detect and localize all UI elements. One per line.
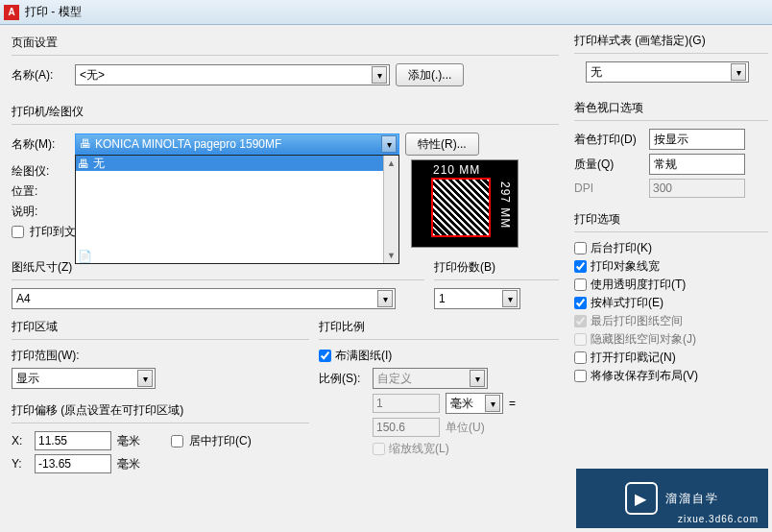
dropdown-item[interactable]: 🖶无 bbox=[76, 156, 398, 171]
spinner-icon[interactable] bbox=[502, 290, 518, 307]
watermark: 溜溜自学 zixue.3d66.com bbox=[576, 469, 768, 528]
printer-icon: 🖶 bbox=[78, 204, 89, 215]
fit-to-paper-checkbox[interactable] bbox=[319, 350, 331, 362]
option-checkbox bbox=[574, 315, 587, 327]
plotter-icon: 📄 bbox=[78, 250, 89, 261]
dropdown-item[interactable]: 🖶KONICA MINOLTA pagepro 1590MF bbox=[76, 202, 398, 217]
preview-paper-icon bbox=[431, 178, 491, 237]
dropdown-item[interactable]: 🖶KONICA MINOLTA PP1590/BH16 FAX bbox=[76, 186, 398, 202]
dropdown-item[interactable]: 🖶Fax bbox=[76, 217, 398, 232]
option-checkbox bbox=[574, 333, 587, 346]
chevron-down-icon[interactable] bbox=[377, 290, 393, 307]
option-row: 按样式打印(E) bbox=[574, 295, 768, 311]
paper-size-combo[interactable]: A4 bbox=[12, 288, 396, 309]
page-setup-group: 页面设置 名称(A): <无> 添加(.)... bbox=[12, 33, 559, 96]
print-options-list: 后台打印(K)打印对象线宽使用透明度打印(T)按样式打印(E)最后打印图纸空间隐… bbox=[574, 240, 768, 384]
style-table-title: 打印样式表 (画笔指定)(G) bbox=[574, 33, 768, 49]
printer-group-title: 打印机/绘图仪 bbox=[12, 104, 559, 120]
option-checkbox[interactable] bbox=[574, 260, 587, 273]
printer-name-combo[interactable]: 🖶 KONICA MINOLTA pagepro 1590MF 🖶无 🖶Micr… bbox=[75, 133, 399, 155]
scale-lineweight-label: 缩放线宽(L) bbox=[389, 441, 449, 457]
fit-to-paper-label: 布满图纸(I) bbox=[335, 348, 392, 364]
scale-unit1-combo[interactable]: 毫米 bbox=[446, 393, 503, 414]
plotter-label: 绘图仪: bbox=[12, 163, 69, 180]
dropdown-item[interactable]: 🖶Microsoft XPS Document Writer bbox=[76, 171, 398, 186]
equals-label: = bbox=[509, 397, 516, 410]
print-to-file-label: 打印到文 bbox=[30, 224, 76, 240]
option-row: 后台打印(K) bbox=[574, 240, 768, 256]
watermark-text: 溜溜自学 bbox=[665, 491, 719, 507]
page-setup-title: 页面设置 bbox=[12, 35, 559, 51]
page-setup-name-combo[interactable]: <无> bbox=[75, 64, 390, 85]
add-button[interactable]: 添加(.)... bbox=[396, 63, 464, 86]
scale-denominator-input bbox=[373, 418, 440, 437]
properties-button[interactable]: 特性(R)... bbox=[405, 133, 479, 156]
chevron-down-icon[interactable] bbox=[485, 395, 500, 412]
style-table-combo[interactable]: 无 bbox=[586, 61, 749, 83]
scale-ratio-label: 比例(S): bbox=[319, 371, 367, 387]
offset-y-label: Y: bbox=[12, 457, 29, 471]
scale-ratio-combo[interactable]: 自定义 bbox=[373, 368, 488, 389]
option-checkbox[interactable] bbox=[574, 278, 587, 291]
scroll-up-icon[interactable]: ▲ bbox=[387, 156, 396, 171]
option-checkbox[interactable] bbox=[574, 297, 587, 309]
copies-spinner[interactable]: 1 bbox=[434, 288, 520, 309]
printer-name-label: 名称(M): bbox=[12, 136, 69, 153]
option-label: 隐藏图纸空间对象(J) bbox=[591, 331, 696, 348]
watermark-sub: zixue.3d66.com bbox=[678, 514, 759, 524]
option-checkbox[interactable] bbox=[574, 242, 587, 254]
plot-area-title: 打印区域 bbox=[12, 319, 309, 335]
chevron-down-icon[interactable] bbox=[381, 135, 397, 153]
option-checkbox[interactable] bbox=[574, 351, 587, 364]
description-label: 说明: bbox=[12, 204, 69, 220]
shade-plot-label: 着色打印(D) bbox=[574, 132, 643, 148]
printer-icon: 🖶 bbox=[78, 234, 89, 246]
center-plot-checkbox[interactable] bbox=[171, 435, 183, 447]
option-checkbox[interactable] bbox=[574, 370, 587, 382]
printer-dropdown-list[interactable]: 🖶无 🖶Microsoft XPS Document Writer 🖶KONIC… bbox=[75, 155, 399, 264]
quality-combo[interactable]: 常规 bbox=[649, 154, 745, 175]
print-to-file-checkbox[interactable] bbox=[12, 226, 24, 238]
preview-width-label: 210 MM bbox=[433, 163, 480, 177]
option-label: 后台打印(K) bbox=[591, 240, 652, 256]
dropdown-item[interactable]: 🖶\\USER00012C\Generic 18BW-7 bbox=[76, 232, 398, 248]
dropdown-item[interactable]: 📄DWF6 ePlot.pc3 bbox=[76, 248, 398, 263]
chevron-down-icon[interactable] bbox=[470, 370, 485, 387]
scroll-down-icon[interactable]: ▼ bbox=[387, 248, 396, 263]
options-title: 打印选项 bbox=[574, 211, 768, 228]
window-title: 打印 - 模型 bbox=[25, 4, 82, 20]
play-icon bbox=[625, 482, 658, 515]
shade-plot-combo[interactable]: 按显示 bbox=[649, 129, 745, 150]
dropdown-scrollbar[interactable]: ▲▼ bbox=[383, 156, 398, 263]
plot-range-label: 打印范围(W): bbox=[12, 348, 309, 364]
option-label: 将修改保存到布局(V) bbox=[591, 368, 698, 384]
printer-icon: 🖶 bbox=[78, 157, 89, 169]
printer-group: 打印机/绘图仪 名称(M): 🖶 KONICA MINOLTA pagepro … bbox=[12, 102, 559, 254]
app-logo-icon: A bbox=[4, 5, 19, 20]
dpi-input bbox=[649, 179, 745, 198]
location-label: 位置: bbox=[12, 183, 69, 200]
offset-x-label: X: bbox=[12, 434, 29, 447]
chevron-down-icon[interactable] bbox=[137, 370, 153, 387]
plot-range-combo[interactable]: 显示 bbox=[12, 368, 156, 389]
printer-icon: 🖶 bbox=[78, 173, 89, 184]
offset-y-unit: 毫米 bbox=[117, 456, 140, 472]
paper-preview: 210 MM 297 MM bbox=[411, 159, 519, 248]
scale-lineweight-checkbox bbox=[373, 443, 385, 455]
printer-icon: 🖶 bbox=[78, 188, 89, 200]
option-label: 最后打印图纸空间 bbox=[591, 313, 683, 329]
chevron-down-icon[interactable] bbox=[372, 66, 387, 84]
option-label: 使用透明度打印(T) bbox=[591, 277, 686, 293]
option-row: 将修改保存到布局(V) bbox=[574, 368, 768, 384]
copies-title: 打印份数(B) bbox=[434, 259, 559, 276]
chevron-down-icon[interactable] bbox=[731, 63, 746, 81]
offset-y-input[interactable] bbox=[35, 454, 111, 473]
shade-title: 着色视口选项 bbox=[574, 100, 768, 116]
printer-icon: 🖶 bbox=[80, 137, 91, 151]
offset-x-input[interactable] bbox=[35, 431, 111, 450]
option-row: 最后打印图纸空间 bbox=[574, 313, 768, 329]
scale-title: 打印比例 bbox=[319, 319, 559, 335]
option-label: 打开打印戳记(N) bbox=[591, 350, 676, 366]
option-row: 使用透明度打印(T) bbox=[574, 277, 768, 293]
page-setup-name-label: 名称(A): bbox=[12, 67, 69, 84]
